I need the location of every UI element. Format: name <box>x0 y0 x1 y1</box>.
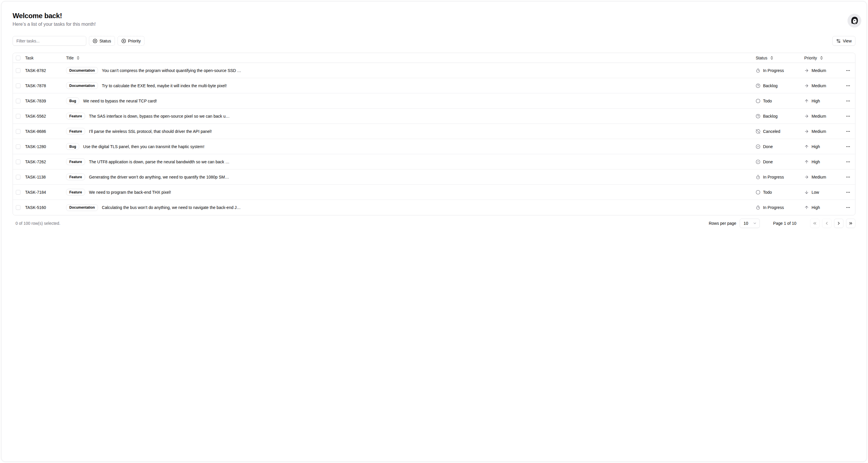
table-row: TASK-8782 Documentation You can’t compre… <box>13 63 434 78</box>
table-row: TASK-7878 Documentation Try to calculate… <box>13 78 434 93</box>
row-select-checkbox[interactable] <box>16 144 21 149</box>
type-badge: Feature <box>66 113 85 119</box>
row-select-checkbox[interactable] <box>16 160 21 164</box>
task-id: TASK-7262 <box>25 160 63 164</box>
type-badge: Feature <box>66 189 85 196</box>
task-id: TASK-1280 <box>25 144 63 149</box>
task-id: TASK-1138 <box>25 175 63 179</box>
row-select-checkbox[interactable] <box>16 114 21 118</box>
task-id: TASK-7878 <box>25 83 63 88</box>
table-row: TASK-7184 Feature We need to program the… <box>13 185 434 200</box>
select-all-checkbox[interactable] <box>16 56 21 60</box>
row-select-checkbox[interactable] <box>16 68 21 73</box>
row-select-checkbox[interactable] <box>16 175 21 179</box>
type-badge: Bug <box>66 143 79 150</box>
type-badge: Feature <box>66 158 85 165</box>
row-select-checkbox[interactable] <box>16 190 21 195</box>
task-title: Try to calculate the EXE feed, maybe it … <box>102 83 227 88</box>
row-select-checkbox[interactable] <box>16 83 21 88</box>
selection-info: 0 of 100 row(s) selected. <box>12 221 60 226</box>
type-badge: Bug <box>66 97 79 104</box>
column-header-title: Title <box>66 56 74 60</box>
table-row: TASK-8686 Feature I’ll parse the wireles… <box>13 124 434 139</box>
table-row: TASK-7839 Bug We need to bypass the neur… <box>13 93 434 109</box>
task-title: The SAS interface is down, bypass the op… <box>89 114 229 118</box>
row-select-checkbox[interactable] <box>16 98 21 103</box>
task-title: Generating the driver won’t do anything,… <box>89 175 229 179</box>
table-row: TASK-7262 Feature The UTF8 application i… <box>13 154 434 170</box>
row-select-checkbox[interactable] <box>16 205 21 210</box>
task-id: TASK-8686 <box>25 129 63 134</box>
task-title: Calculating the bus won’t do anything, w… <box>102 205 241 210</box>
task-title: The UTF8 application is down, parse the … <box>89 160 229 164</box>
priority-filter-label: Priority <box>128 39 141 43</box>
task-id: TASK-7839 <box>25 98 63 103</box>
status-filter-button[interactable]: Status <box>89 36 115 46</box>
task-title: We need to program the back-end THX pixe… <box>89 190 171 195</box>
type-badge: Documentation <box>66 204 98 211</box>
task-id: TASK-5562 <box>25 114 63 118</box>
table-footer: 0 of 100 row(s) selected. Rows per page … <box>12 219 434 228</box>
task-title: I’ll parse the wireless SSL protocol, th… <box>89 129 212 134</box>
task-title: Use the digital TLS panel, then you can … <box>83 144 205 149</box>
table-row: TASK-1138 Feature Generating the driver … <box>13 170 434 185</box>
task-id: TASK-7184 <box>25 190 63 195</box>
column-header-title-sort[interactable]: Title <box>66 56 80 60</box>
page-title: Welcome back! <box>12 11 434 20</box>
table-row: TASK-1280 Bug Use the digital TLS panel,… <box>13 139 434 154</box>
table-row: TASK-5562 Feature The SAS interface is d… <box>13 109 434 124</box>
page-header: Welcome back! Here’s a list of your task… <box>12 11 434 27</box>
type-badge: Documentation <box>66 82 98 89</box>
table-toolbar: Status Priority View <box>12 36 434 46</box>
task-title: You can’t compress the program without q… <box>102 68 241 73</box>
type-badge: Documentation <box>66 67 98 74</box>
row-select-checkbox[interactable] <box>16 129 21 134</box>
priority-filter-button[interactable]: Priority <box>118 36 145 46</box>
task-title: We need to bypass the neural TCP card! <box>83 98 157 103</box>
plus-circle-icon <box>93 39 97 43</box>
app-card: Welcome back! Here’s a list of your task… <box>1 1 434 231</box>
task-id: TASK-5160 <box>25 205 63 210</box>
status-filter-label: Status <box>99 39 111 43</box>
table-header-row: Task Title Status Priority <box>13 53 434 63</box>
type-badge: Feature <box>66 128 85 135</box>
filter-tasks-input[interactable] <box>12 36 86 46</box>
task-id: TASK-8782 <box>25 68 63 73</box>
chevrons-up-down-icon <box>76 56 80 60</box>
column-header-task: Task <box>25 56 63 60</box>
table-row: TASK-5160 Documentation Calculating the … <box>13 200 434 215</box>
page-subtitle: Here’s a list of your tasks for this mon… <box>12 22 434 27</box>
type-badge: Feature <box>66 174 85 180</box>
plus-circle-icon <box>121 39 126 43</box>
tasks-table: Task Title Status Priority <box>12 53 434 215</box>
